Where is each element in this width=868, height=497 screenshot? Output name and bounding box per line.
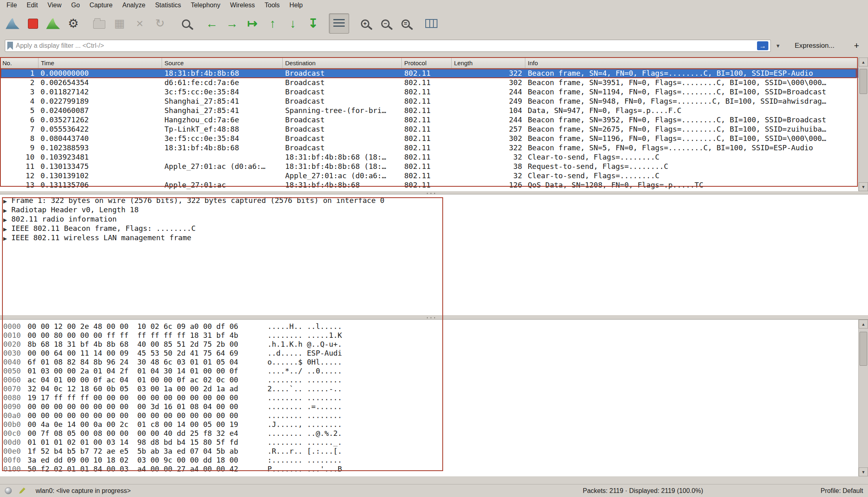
hex-row[interactable]: 0060ac 04 01 00 00 0f ac 04 01 00 00 0f … [0, 375, 868, 384]
filter-bookmark-icon[interactable] [7, 42, 13, 50]
capture-options-button[interactable]: ⚙ [63, 13, 83, 34]
detail-text: Radiotap Header v0, Length 18 [11, 205, 139, 214]
hex-row[interactable]: 00208b 68 18 31 bf 4b 8b 68 40 00 85 51 … [0, 340, 868, 349]
packet-row[interactable]: 2 0.002654354 d6:61:fe:cd:7a:6e Broadcas… [0, 78, 858, 87]
menu-go[interactable]: Go [66, 0, 85, 11]
column-header-info[interactable]: Info [525, 58, 858, 68]
find-packet-button[interactable] [176, 13, 196, 34]
go-forward-button[interactable]: → [222, 13, 242, 34]
scroll-down-button[interactable]: ▼ [859, 182, 868, 191]
cell-info: Beacon frame, SN=1196, FN=0, Flags=.....… [525, 134, 858, 143]
menu-edit[interactable]: Edit [22, 0, 43, 11]
scrollbar-thumb[interactable] [859, 332, 867, 366]
resize-columns-button[interactable] [421, 13, 441, 34]
hex-bytes: 01 03 00 00 2a 01 04 2f 01 04 30 14 01 0… [28, 367, 238, 375]
capture-comment-icon[interactable] [18, 487, 26, 495]
hex-row[interactable]: 00b000 4a 0e 14 00 0a 00 2c 01 c8 00 14 … [0, 420, 868, 429]
display-filter-input[interactable] [16, 42, 754, 49]
menu-view[interactable]: View [43, 0, 66, 11]
cell-info: QoS Data, SN=1208, FN=0, Flags=.p.....TC [525, 180, 858, 190]
go-to-first-button[interactable]: ↑ [262, 13, 283, 34]
hex-row[interactable]: 00e01f 52 b4 b5 b7 72 ae e5 5b ab 3a ed … [0, 447, 868, 456]
hex-pane-scrollbar[interactable]: ▲ ▼ [858, 320, 868, 476]
hex-row[interactable]: 00d001 01 01 02 01 00 03 14 98 d8 bd b4 … [0, 438, 868, 447]
hex-row[interactable]: 00406f 01 08 82 84 8b 96 24 30 48 6c 03 … [0, 358, 868, 367]
menu-tools[interactable]: Tools [260, 0, 284, 11]
column-header-source[interactable]: Source [162, 58, 283, 68]
expert-info-icon[interactable] [5, 487, 12, 494]
packet-row[interactable]: 3 0.011827142 3c:f5:cc:0e:35:84 Broadcas… [0, 87, 858, 96]
expression-button[interactable]: Expression... [795, 42, 834, 50]
scroll-down-button[interactable]: ▼ [859, 467, 868, 476]
hex-row[interactable]: 007032 04 0c 12 18 60 0b 05 03 00 1a 00 … [0, 384, 868, 393]
hex-row[interactable]: 003000 00 64 00 11 14 00 09 45 53 50 2d … [0, 349, 868, 358]
packet-row[interactable]: 12 0.130139102 Apple_27:01:ac (d0:a6:… 8… [0, 171, 858, 180]
reload-button[interactable]: ↻ [150, 13, 170, 34]
hex-row[interactable]: 00c000 7f 08 05 00 08 00 00 00 00 40 dd … [0, 429, 868, 438]
hex-row[interactable]: 005001 03 00 00 2a 01 04 2f 01 04 30 14 … [0, 367, 868, 375]
packet-row[interactable]: 6 0.035271262 Hangzhou_cd:7a:6e Broadcas… [0, 115, 858, 124]
go-back-button[interactable]: ← [202, 13, 222, 34]
packet-list-scrollbar[interactable]: ▲ ▼ [858, 58, 868, 191]
packet-row[interactable]: 1 0.000000000 18:31:bf:4b:8b:68 Broadcas… [0, 68, 858, 78]
detail-row[interactable]: ▶IEEE 802.11 wireless LAN management fra… [0, 233, 868, 242]
add-filter-button[interactable]: + [854, 41, 859, 51]
column-header-protocol[interactable]: Protocol [402, 58, 452, 68]
detail-row[interactable]: ▶Frame 1: 322 bytes on wire (2576 bits),… [0, 196, 868, 205]
detail-row[interactable]: ▶802.11 radio information [0, 214, 868, 224]
menu-statistics[interactable]: Statistics [150, 0, 186, 11]
packet-row[interactable]: 9 0.102388593 18:31:bf:4b:8b:68 Broadcas… [0, 143, 858, 152]
packet-row[interactable]: 4 0.022799189 Shanghai_27:85:41 Broadcas… [0, 96, 858, 106]
packet-row[interactable]: 10 0.103923481 18:31:bf:4b:8b:68 (18:… 8… [0, 152, 858, 162]
packet-row[interactable]: 8 0.080443740 3e:f5:cc:0e:35:84 Broadcas… [0, 134, 858, 143]
auto-scroll-button[interactable] [329, 13, 349, 34]
stop-capture-button[interactable] [23, 13, 43, 34]
column-header-destination[interactable]: Destination [283, 58, 402, 68]
save-capture-button[interactable]: ▦ [109, 13, 130, 34]
scroll-to-bottom-button[interactable]: ↧ [303, 13, 323, 34]
column-header-no[interactable]: No. [0, 58, 38, 68]
pane-splitter-top[interactable] [0, 191, 868, 194]
detail-row[interactable]: ▶Radiotap Header v0, Length 18 [0, 205, 868, 214]
packet-row[interactable]: 5 0.024060087 Shanghai_27:85:41 Spanning… [0, 106, 858, 115]
scroll-up-button[interactable]: ▲ [859, 58, 868, 66]
pane-splitter-bottom[interactable] [0, 315, 868, 319]
profile-text[interactable]: Profile: Default [821, 487, 863, 495]
close-capture-button[interactable]: × [130, 13, 150, 34]
hex-row[interactable]: 009000 00 00 00 00 00 00 00 00 3d 16 01 … [0, 402, 868, 411]
zoom-in-button[interactable]: + [355, 13, 375, 34]
zoom-reset-button[interactable]: = [395, 13, 416, 34]
hex-row[interactable]: 00f03a ed dd 09 00 10 18 02 03 00 9c 00 … [0, 456, 868, 465]
restart-capture-button[interactable] [43, 13, 63, 34]
menu-capture[interactable]: Capture [85, 0, 117, 11]
hex-row[interactable]: 00a000 00 00 00 00 00 00 00 00 00 00 00 … [0, 411, 868, 420]
hex-offset: 0020 [3, 340, 28, 349]
hex-row[interactable]: 008019 17 ff ff ff 00 00 00 00 00 00 00 … [0, 393, 868, 402]
open-capture-button[interactable] [89, 13, 109, 34]
menu-analyze[interactable]: Analyze [117, 0, 150, 11]
column-header-time[interactable]: Time [38, 58, 162, 68]
hex-row[interactable]: 010050 f2 02 01 01 84 00 03 a4 00 00 27 … [0, 465, 868, 474]
packet-row[interactable]: 7 0.055536422 Tp-LinkT_ef:48:88 Broadcas… [0, 124, 858, 134]
menu-file[interactable]: File [2, 0, 22, 11]
go-to-last-button[interactable]: ↓ [283, 13, 303, 34]
cell-length: 32 [452, 171, 525, 180]
detail-row[interactable]: ▶IEEE 802.11 Beacon frame, Flags: ......… [0, 224, 868, 233]
packet-row[interactable]: 11 0.130133475 Apple_27:01:ac (d0:a6:… 1… [0, 162, 858, 171]
column-header-length[interactable]: Length [452, 58, 525, 68]
go-to-packet-button[interactable]: ↦ [242, 13, 262, 34]
start-capture-button[interactable] [2, 13, 23, 34]
hex-row[interactable]: 001000 00 80 00 00 00 ff ff ff ff ff ff … [0, 331, 868, 340]
menu-wireless[interactable]: Wireless [225, 0, 260, 11]
scroll-up-button[interactable]: ▲ [859, 320, 868, 328]
packet-row[interactable]: 13 0.131135706 Apple_27:01:ac 18:31:bf:4… [0, 180, 858, 190]
hex-row[interactable]: 000000 00 12 00 2e 48 00 00 10 02 6c 09 … [0, 322, 868, 331]
menu-help[interactable]: Help [285, 0, 308, 11]
display-filter-field[interactable]: → [5, 40, 771, 52]
cell-length: 32 [452, 152, 525, 162]
filter-apply-button[interactable]: → [757, 41, 768, 50]
filter-dropdown-button[interactable]: ▾ [772, 40, 784, 51]
scrollbar-thumb[interactable] [859, 69, 867, 94]
zoom-out-button[interactable]: − [375, 13, 395, 34]
menu-telephony[interactable]: Telephony [186, 0, 225, 11]
